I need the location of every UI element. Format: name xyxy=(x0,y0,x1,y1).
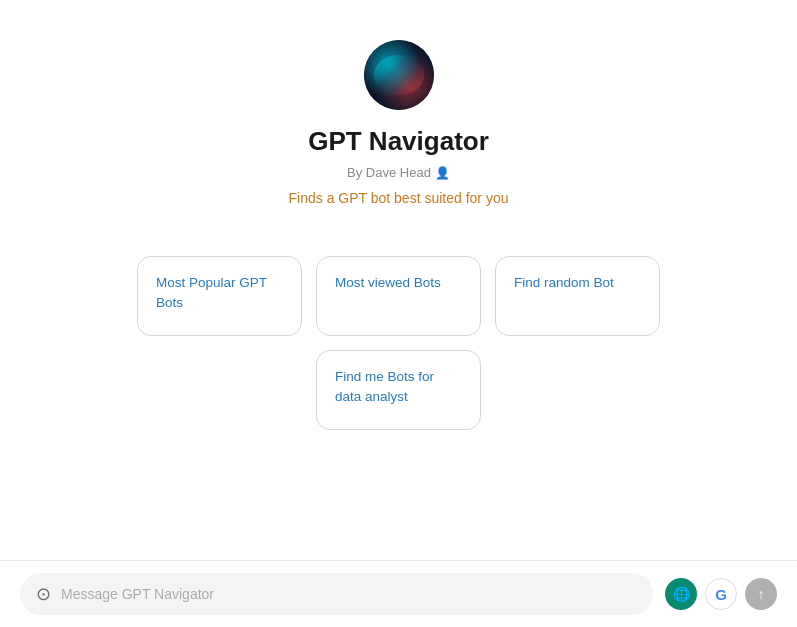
suggestion-card-2[interactable]: Most viewed Bots xyxy=(316,256,481,336)
suggestion-card-4[interactable]: Find me Bots for data analyst xyxy=(316,350,481,430)
suggestion-card-1-text: Most Popular GPT Bots xyxy=(156,273,283,312)
bottom-actions: 🌐 G ↑ xyxy=(665,578,777,610)
send-arrow-icon: ↑ xyxy=(758,586,765,602)
g-button[interactable]: G xyxy=(705,578,737,610)
suggestion-card-3-text: Find random Bot xyxy=(514,273,614,293)
suggestion-card-1[interactable]: Most Popular GPT Bots xyxy=(137,256,302,336)
input-wrapper: ⊙ xyxy=(20,573,653,615)
main-content: GPT Navigator By Dave Head 👤 Finds a GPT… xyxy=(0,0,797,560)
author-text: By Dave Head xyxy=(347,165,431,180)
message-input[interactable] xyxy=(61,586,637,602)
app-subtitle: Finds a GPT bot best suited for you xyxy=(289,190,509,206)
suggestion-cards-container: Most Popular GPT Bots Most viewed Bots F… xyxy=(19,256,779,430)
attach-icon[interactable]: ⊙ xyxy=(36,583,51,605)
app-avatar xyxy=(364,40,434,110)
suggestion-card-2-text: Most viewed Bots xyxy=(335,273,441,293)
suggestion-card-3[interactable]: Find random Bot xyxy=(495,256,660,336)
app-title: GPT Navigator xyxy=(308,126,489,157)
author-person-icon: 👤 xyxy=(435,166,450,180)
bottom-bar: ⊙ 🌐 G ↑ xyxy=(0,560,797,627)
send-button[interactable]: ↑ xyxy=(745,578,777,610)
author-line: By Dave Head 👤 xyxy=(347,165,450,180)
globe-button[interactable]: 🌐 xyxy=(665,578,697,610)
suggestion-card-4-text: Find me Bots for data analyst xyxy=(335,367,462,406)
